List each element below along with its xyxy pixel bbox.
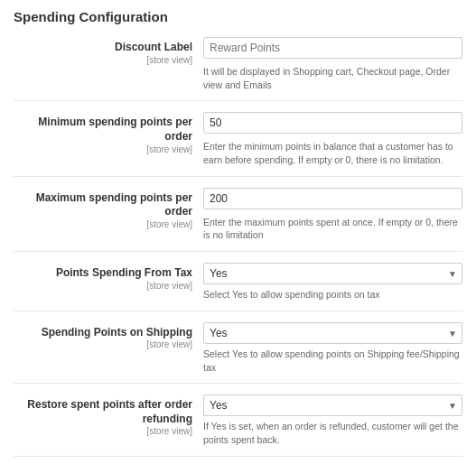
select-tax-spending[interactable]: YesNo xyxy=(203,263,462,284)
select-wrapper-shipping-spending: YesNo▼ xyxy=(203,322,462,344)
form-row-min-spending: Minimum spending points per order[store … xyxy=(14,112,462,176)
store-view-label-tax-spending: [store view] xyxy=(14,281,192,291)
hint-discount-label: It will be displayed in Shopping cart, C… xyxy=(203,65,462,91)
store-view-label-restore-points: [store view] xyxy=(14,426,192,436)
hint-restore-points: If Yes is set, when an order is refunded… xyxy=(203,420,462,446)
select-restore-points[interactable]: YesNo xyxy=(203,394,462,416)
store-view-label-min-spending: [store view] xyxy=(14,144,192,154)
field-col-min-spending: Enter the minimum points in balance that… xyxy=(203,112,462,166)
hint-min-spending: Enter the minimum points in balance that… xyxy=(203,140,462,166)
label-col-tax-spending: Points Spending From Tax[store view] xyxy=(14,263,203,291)
form-row-tax-spending: Points Spending From Tax[store view]YesN… xyxy=(14,263,462,311)
hint-max-spending: Enter the maximum points spent at once. … xyxy=(203,216,462,242)
hint-tax-spending: Select Yes to allow spending points on t… xyxy=(203,288,462,302)
field-col-max-spending: Enter the maximum points spent at once. … xyxy=(203,188,462,242)
label-discount-label: Discount Label xyxy=(115,41,192,53)
hint-shipping-spending: Select Yes to allow spending points on S… xyxy=(203,348,462,374)
field-col-shipping-spending: YesNo▼Select Yes to allow spending point… xyxy=(203,322,462,374)
select-wrapper-tax-spending: YesNo▼ xyxy=(203,263,462,284)
label-shipping-spending: Spending Points on Shipping xyxy=(42,326,192,339)
store-view-label-max-spending: [store view] xyxy=(14,219,192,229)
label-col-max-spending: Maximum spending points per order[store … xyxy=(14,188,203,229)
select-wrapper-restore-points: YesNo▼ xyxy=(203,394,462,416)
label-col-min-spending: Minimum spending points per order[store … xyxy=(14,112,203,153)
store-view-label-shipping-spending: [store view] xyxy=(14,339,192,349)
page-title: Spending Configuration xyxy=(14,9,462,24)
input-min-spending[interactable] xyxy=(203,112,462,134)
field-col-discount-label: It will be displayed in Shopping cart, C… xyxy=(203,37,462,91)
label-col-shipping-spending: Spending Points on Shipping[store view] xyxy=(14,322,203,350)
field-col-tax-spending: YesNo▼Select Yes to allow spending point… xyxy=(203,263,462,302)
label-col-discount-label: Discount Label[store view] xyxy=(14,37,203,65)
label-min-spending: Minimum spending points per order xyxy=(38,116,192,143)
label-restore-points: Restore spent points after order refundi… xyxy=(27,398,192,425)
label-tax-spending: Points Spending From Tax xyxy=(56,266,192,279)
select-shipping-spending[interactable]: YesNo xyxy=(203,322,462,344)
label-max-spending: Maximum spending points per order xyxy=(36,191,192,218)
form-row-discount-label: Discount Label[store view]It will be dis… xyxy=(14,37,462,101)
label-col-restore-points: Restore spent points after order refundi… xyxy=(14,394,203,436)
field-col-restore-points: YesNo▼If Yes is set, when an order is re… xyxy=(203,394,462,446)
form-row-max-spending: Maximum spending points per order[store … xyxy=(14,188,462,252)
input-max-spending[interactable] xyxy=(203,188,462,209)
form-row-shipping-spending: Spending Points on Shipping[store view]Y… xyxy=(14,322,462,384)
form-row-restore-points: Restore spent points after order refundi… xyxy=(14,394,462,456)
input-discount-label[interactable] xyxy=(203,37,462,59)
store-view-label-discount-label: [store view] xyxy=(14,55,192,65)
